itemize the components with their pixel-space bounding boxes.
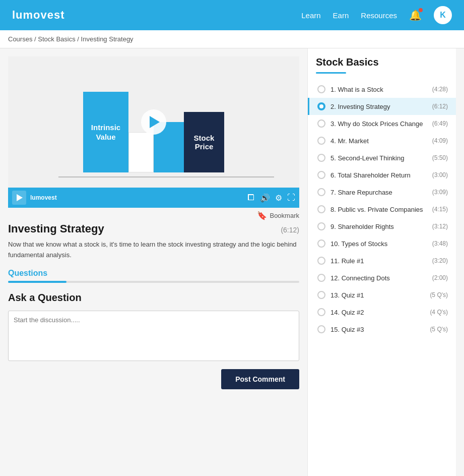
sidebar-title: Stock Basics xyxy=(308,56,456,72)
settings-icon[interactable]: ⚙ xyxy=(275,193,282,203)
main-layout: IntrinsicValue StockPrice lumovest ⧠ xyxy=(0,48,464,476)
lesson-item[interactable]: 9. Shareholder Rights(3:12) xyxy=(308,218,456,235)
lesson-time: (6:49) xyxy=(432,120,448,127)
lesson-time: (3:00) xyxy=(432,171,448,178)
lesson-item[interactable]: 5. Second-Level Thinking(5:50) xyxy=(308,149,456,166)
lesson-name: 3. Why do Stock Prices Change xyxy=(330,120,428,128)
notification-bell[interactable]: 🔔 xyxy=(409,9,422,21)
lesson-time: (4:15) xyxy=(432,206,448,213)
notification-dot xyxy=(419,8,423,12)
lesson-time: (3:48) xyxy=(432,240,448,247)
video-player[interactable]: IntrinsicValue StockPrice xyxy=(8,56,299,188)
breadcrumb-courses[interactable]: Courses xyxy=(8,35,32,43)
breadcrumb-current: Investing Strategy xyxy=(81,35,134,43)
lesson-circle-icon xyxy=(317,102,325,110)
lesson-time: (6:12) xyxy=(432,103,448,110)
lesson-item[interactable]: 15. Quiz #3(5 Q's) xyxy=(308,321,456,338)
sidebar: Stock Basics 1. What is a Stock(4:28)2. … xyxy=(307,48,456,476)
lesson-name: 11. Rule #1 xyxy=(330,257,428,265)
lesson-name: 7. Share Repurchase xyxy=(330,189,428,196)
breadcrumb-stock-basics[interactable]: Stock Basics xyxy=(38,35,75,43)
video-ctrl-icons: ⧠ 🔊 ⚙ ⛶ xyxy=(247,193,295,203)
questions-section: Questions Ask a Question Post Comment xyxy=(8,269,299,389)
lesson-circle-icon xyxy=(317,171,325,179)
lesson-circle-icon xyxy=(317,222,325,230)
video-container: IntrinsicValue StockPrice lumovest ⧠ xyxy=(8,56,299,208)
lesson-time: (5 Q's) xyxy=(430,291,448,299)
avatar[interactable]: K xyxy=(434,6,452,24)
bookmark-label: Bookmark xyxy=(270,212,299,219)
lesson-circle-icon xyxy=(317,205,325,213)
lesson-time: (4:28) xyxy=(432,86,448,93)
lesson-time: (3:12) xyxy=(432,223,448,230)
lesson-circle-icon xyxy=(317,137,325,145)
lesson-header: Investing Strategy (6:12) xyxy=(8,222,299,235)
lesson-name: 2. Investing Strategy xyxy=(330,103,428,110)
lesson-item[interactable]: 10. Types of Stocks(3:48) xyxy=(308,235,456,252)
lesson-circle-icon xyxy=(317,188,325,196)
lesson-time: (3:20) xyxy=(432,257,448,264)
lesson-list: 1. What is a Stock(4:28)2. Investing Str… xyxy=(308,81,456,338)
content-area: IntrinsicValue StockPrice lumovest ⧠ xyxy=(0,48,307,476)
video-logo: lumovest xyxy=(30,194,243,201)
sidebar-underline xyxy=(316,72,346,74)
lesson-item[interactable]: 3. Why do Stock Prices Change(6:49) xyxy=(308,115,456,132)
post-comment-button[interactable]: Post Comment xyxy=(221,369,299,389)
lesson-circle-icon xyxy=(317,274,325,282)
lesson-circle-icon xyxy=(317,325,325,333)
fullscreen-icon[interactable]: ⛶ xyxy=(287,193,295,202)
lesson-name: 5. Second-Level Thinking xyxy=(330,154,428,162)
lesson-item[interactable]: 13. Quiz #1(5 Q's) xyxy=(308,286,456,304)
lesson-time: (4:09) xyxy=(432,137,448,144)
lesson-item[interactable]: 8. Public vs. Private Companies(4:15) xyxy=(308,201,456,218)
subtitles-icon[interactable]: ⧠ xyxy=(247,193,255,202)
lesson-item[interactable]: 12. Connecting Dots(2:00) xyxy=(308,269,456,286)
play-triangle-icon xyxy=(150,116,160,128)
volume-icon[interactable]: 🔊 xyxy=(260,193,270,203)
questions-progress-fill xyxy=(8,281,67,283)
lesson-duration: (6:12) xyxy=(281,226,299,234)
nav-resources[interactable]: Resources xyxy=(361,11,397,20)
play-button[interactable] xyxy=(141,109,166,135)
lesson-name: 13. Quiz #1 xyxy=(330,291,426,299)
lesson-circle-icon xyxy=(317,308,325,316)
lesson-name: 15. Quiz #3 xyxy=(330,326,426,333)
lesson-item[interactable]: 1. What is a Stock(4:28) xyxy=(308,81,456,98)
lesson-circle-icon xyxy=(317,85,325,93)
lesson-circle-icon xyxy=(317,257,325,265)
lesson-item[interactable]: 4. Mr. Market(4:09) xyxy=(308,132,456,149)
lesson-name: 10. Types of Stocks xyxy=(330,240,428,248)
breadcrumb: Courses / Stock Basics / Investing Strat… xyxy=(0,30,464,48)
lesson-circle-icon xyxy=(317,154,325,162)
lesson-item[interactable]: 2. Investing Strategy(6:12) xyxy=(308,98,456,115)
lesson-circle-icon xyxy=(317,120,325,128)
video-play-control[interactable] xyxy=(12,191,26,205)
lesson-item[interactable]: 7. Share Repurchase(3:09) xyxy=(308,184,456,201)
lesson-circle-icon xyxy=(317,291,325,299)
nav-learn[interactable]: Learn xyxy=(301,11,320,20)
lesson-time: (5 Q's) xyxy=(430,326,448,333)
ask-question-title: Ask a Question xyxy=(8,292,299,304)
bookmark-button[interactable]: 🔖 Bookmark xyxy=(257,211,299,220)
lesson-name: 9. Shareholder Rights xyxy=(330,223,428,230)
bookmark-icon: 🔖 xyxy=(257,211,267,220)
lesson-item[interactable]: 11. Rule #1(3:20) xyxy=(308,252,456,269)
lesson-name: 6. Total Shareholder Return xyxy=(330,171,428,179)
chart-intrinsic-bar: IntrinsicValue xyxy=(83,92,128,172)
navbar: lumovest Learn Earn Resources 🔔 K xyxy=(0,0,464,30)
play-icon xyxy=(17,194,23,201)
post-comment-row: Post Comment xyxy=(8,369,299,389)
lesson-item[interactable]: 6. Total Shareholder Return(3:00) xyxy=(308,166,456,184)
lesson-name: 4. Mr. Market xyxy=(330,137,428,145)
lesson-item[interactable]: 14. Quiz #2(4 Q's) xyxy=(308,304,456,321)
nav-links: Learn Earn Resources 🔔 K xyxy=(301,6,452,24)
logo: lumovest xyxy=(12,9,65,22)
nav-earn[interactable]: Earn xyxy=(333,11,349,20)
lesson-name: 12. Connecting Dots xyxy=(330,274,428,282)
lesson-title: Investing Strategy xyxy=(8,222,104,235)
lesson-time: (4 Q's) xyxy=(430,309,448,316)
questions-label: Questions xyxy=(8,269,299,278)
comment-textarea[interactable] xyxy=(8,311,299,361)
lesson-time: (3:09) xyxy=(432,189,448,196)
lesson-time: (2:00) xyxy=(432,274,448,281)
